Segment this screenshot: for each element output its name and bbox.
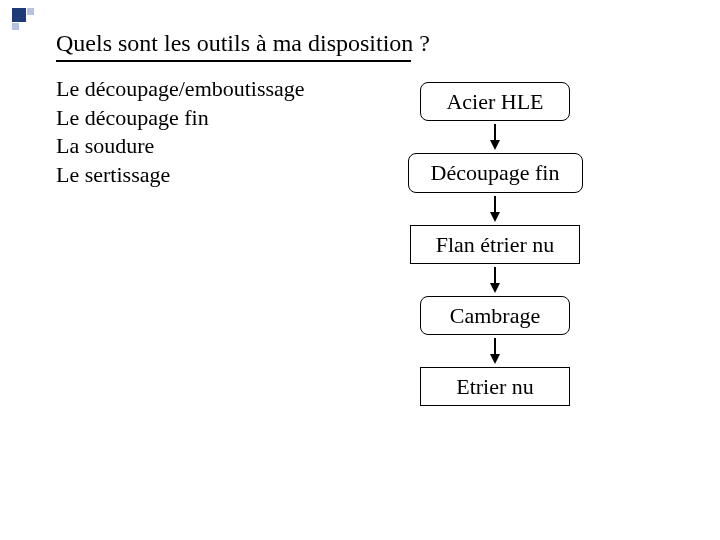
tool-list: Le découpage/emboutissage Le découpage f… (56, 75, 305, 189)
flow-node-decoupage-fin: Découpage fin (408, 153, 583, 192)
process-flow: Acier HLE Découpage fin Flan étrier nu C… (400, 82, 590, 406)
tool-item: Le sertissage (56, 161, 305, 190)
arrow-down-icon (488, 266, 502, 294)
svg-marker-1 (490, 140, 500, 150)
flow-node-etrier-nu: Etrier nu (420, 367, 570, 406)
slide-bullet-decor (12, 8, 42, 38)
tool-item: La soudure (56, 132, 305, 161)
arrow-down-icon (488, 195, 502, 223)
flow-node-acier-hle: Acier HLE (420, 82, 570, 121)
svg-marker-3 (490, 212, 500, 222)
svg-marker-5 (490, 283, 500, 293)
arrow-down-icon (488, 123, 502, 151)
page-title: Quels sont les outils à ma disposition ? (56, 30, 430, 57)
tool-item: Le découpage fin (56, 104, 305, 133)
svg-marker-7 (490, 354, 500, 364)
arrow-down-icon (488, 337, 502, 365)
flow-node-flan-etrier-nu: Flan étrier nu (410, 225, 580, 264)
tool-item: Le découpage/emboutissage (56, 75, 305, 104)
title-underline (56, 60, 411, 62)
flow-node-cambrage: Cambrage (420, 296, 570, 335)
